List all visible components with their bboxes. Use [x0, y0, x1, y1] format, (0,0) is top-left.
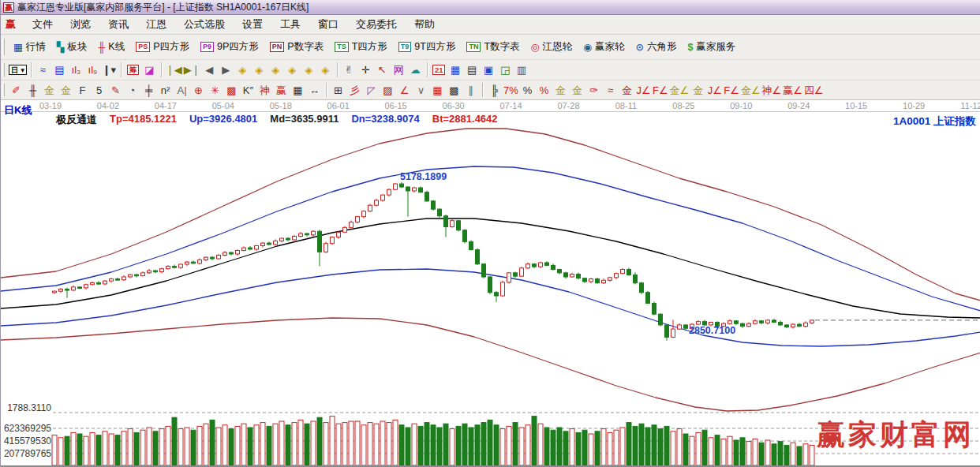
gold-lines2-icon[interactable]: 金∠ — [740, 82, 761, 98]
pointer-tag-icon[interactable]: ↖ — [374, 62, 391, 78]
percent-channel-icon[interactable]: 7% — [503, 82, 519, 98]
quote-table-button[interactable]: ▦行情 — [8, 35, 51, 59]
percent-icon[interactable]: % — [519, 82, 536, 98]
red-grid-icon[interactable]: ▦ — [429, 82, 446, 98]
menu-item-6[interactable]: 设置 — [234, 17, 271, 32]
diamond-hzoom-icon[interactable]: ◈ — [267, 62, 284, 78]
j-angle-icon[interactable]: J∠ — [635, 82, 652, 98]
winner-wheel-button[interactable]: ◉赢家轮 — [578, 35, 630, 59]
shen-angle-icon[interactable]: 神∠ — [761, 82, 783, 98]
menu-item-10[interactable]: 帮助 — [406, 17, 443, 32]
j-lines-icon[interactable]: J∠ — [706, 82, 723, 98]
parallel-lines-icon[interactable]: ∥ — [462, 82, 479, 98]
gold-underline-icon[interactable]: 金 — [690, 82, 706, 98]
crosshair-icon[interactable]: ✛ — [357, 62, 374, 78]
menu-item-1[interactable]: 文件 — [24, 17, 62, 32]
gold-channel-icon[interactable]: 金 — [569, 82, 585, 98]
stat-bars-icon[interactable]: ╠ — [486, 82, 503, 98]
pen-knife-icon[interactable]: ✐ — [8, 82, 24, 98]
gold-marker1-icon[interactable]: 金 — [41, 82, 58, 98]
gold-band-icon[interactable]: 金 — [619, 82, 635, 98]
diamond-compress-icon[interactable]: ◈ — [301, 62, 317, 78]
f-lines-icon[interactable]: F∠ — [723, 82, 740, 98]
fan-lines-icon[interactable]: 彡 — [346, 82, 363, 98]
last-bar-icon[interactable]: ▶❘ — [183, 62, 201, 78]
bars-9-icon[interactable]: ıl₉ — [84, 62, 101, 78]
chip-distribution-icon[interactable]: 筹 — [125, 62, 141, 78]
fan-grid-icon[interactable]: ▨ — [380, 82, 396, 98]
memo-icon[interactable]: ▤ — [51, 62, 68, 78]
f-marker-icon[interactable]: F — [74, 82, 91, 98]
printer-icon[interactable]: ▥ — [514, 62, 530, 78]
menu-item-3[interactable]: 资讯 — [99, 17, 137, 32]
si-angle-icon[interactable]: 四∠ — [803, 82, 825, 98]
gann-wheel-button[interactable]: ◎江恩轮 — [526, 35, 578, 59]
five-marker-icon[interactable]: 5 — [91, 82, 107, 98]
cloud-map-icon[interactable]: ☁ — [407, 62, 424, 78]
winner-service-button[interactable]: $赢家服务 — [682, 35, 741, 59]
toolbar-grip[interactable] — [2, 84, 5, 97]
t-square-button[interactable]: TST四方形 — [329, 35, 393, 59]
wave-percent-icon[interactable]: ≈ — [602, 82, 619, 98]
first-bar-icon[interactable]: ❘◀ — [165, 62, 183, 78]
k-count-icon[interactable]: K″ — [240, 82, 256, 98]
zigzag-line-icon[interactable]: ∨ — [413, 82, 429, 98]
menu-item-5[interactable]: 公式选股 — [175, 17, 234, 32]
square-web-icon[interactable]: ▩ — [223, 82, 240, 98]
t-number-table-button[interactable]: TNT数字表 — [461, 35, 525, 59]
toolbar-grip[interactable] — [2, 39, 5, 56]
calendar-21-icon[interactable]: 21 — [431, 62, 447, 78]
candle-dropdown-icon[interactable]: ❙▾ — [101, 62, 118, 78]
net-tool-icon[interactable]: 网 — [391, 62, 407, 78]
menu-item-9[interactable]: 交易委托 — [347, 17, 406, 32]
gold-marker2-icon[interactable]: 金 — [58, 82, 74, 98]
gann-grid-icon[interactable]: ╫ — [24, 82, 41, 98]
time-cycle-icon[interactable]: ◔ — [124, 82, 140, 98]
f-angle-icon[interactable]: F∠ — [652, 82, 669, 98]
p-square-button[interactable]: PSP四方形 — [130, 35, 195, 59]
gann-compass-icon[interactable]: ⊕ — [190, 82, 207, 98]
web-doc-icon[interactable]: ◲ — [497, 62, 514, 78]
ying-marker-icon[interactable]: 赢 — [273, 82, 290, 98]
menu-item-4[interactable]: 江恩 — [137, 17, 175, 32]
hand-drag-icon[interactable]: ✌ — [341, 62, 357, 78]
a-channel-icon[interactable]: A| — [174, 82, 190, 98]
color-histogram-icon[interactable]: ◪ — [141, 62, 158, 78]
fan-box-icon[interactable]: ◸ — [363, 82, 380, 98]
sectors-button[interactable]: ▚板块 — [51, 35, 93, 59]
t9-square-button[interactable]: T99T四方形 — [393, 35, 462, 59]
p9-square-button[interactable]: P99P四方形 — [195, 35, 264, 59]
period-day-dropdown[interactable]: 日 ▾ — [8, 62, 28, 78]
prev-bar-icon[interactable]: ◀ — [201, 62, 218, 78]
notebook-icon[interactable]: ▤ — [464, 62, 481, 78]
menu-item-7[interactable]: 工具 — [271, 17, 309, 32]
dark-grid-icon[interactable]: ▩ — [446, 82, 462, 98]
angle-line-icon[interactable]: ∠ — [396, 82, 413, 98]
net-curve-icon[interactable]: ≈ — [35, 62, 51, 78]
save-icon[interactable]: ▣ — [481, 62, 497, 78]
diamond-left-icon[interactable]: ◈ — [234, 62, 251, 78]
rocket-marker-icon[interactable]: ✎ — [107, 82, 124, 98]
brush-pen-icon[interactable]: ✑ — [585, 82, 602, 98]
shen-marker-icon[interactable]: 神 — [256, 82, 273, 98]
kline-button[interactable]: ╫K线 — [92, 35, 130, 59]
calculator-icon[interactable]: ▦ — [447, 62, 464, 78]
ying-angle-icon[interactable]: 赢∠ — [782, 82, 803, 98]
n2-icon[interactable]: n² — [157, 82, 174, 98]
percent-line-icon[interactable]: % — [536, 82, 552, 98]
toolbar-grip[interactable] — [2, 63, 5, 77]
measure-grid-icon[interactable]: ▦ — [290, 82, 306, 98]
menu-item-2[interactable]: 浏览 — [62, 17, 99, 32]
star-web-icon[interactable]: ✳ — [207, 82, 223, 98]
bars-3-icon[interactable]: ıl₃ — [68, 62, 84, 78]
span-measure-icon[interactable]: ↔ — [306, 82, 323, 98]
kline-chart[interactable] — [1, 100, 980, 467]
gold-angle-icon[interactable]: 金∠ — [669, 82, 690, 98]
menu-item-8[interactable]: 窗口 — [309, 17, 347, 32]
diamond-right-icon[interactable]: ◈ — [251, 62, 267, 78]
hexagon-button[interactable]: ⊙六角形 — [630, 35, 682, 59]
diamond-xzoom-icon[interactable]: ◈ — [284, 62, 301, 78]
diamond-expand-icon[interactable]: ◈ — [317, 62, 334, 78]
gann-box-icon[interactable]: ⊞ — [330, 82, 346, 98]
price-grid-icon[interactable]: ╪ — [140, 82, 157, 98]
